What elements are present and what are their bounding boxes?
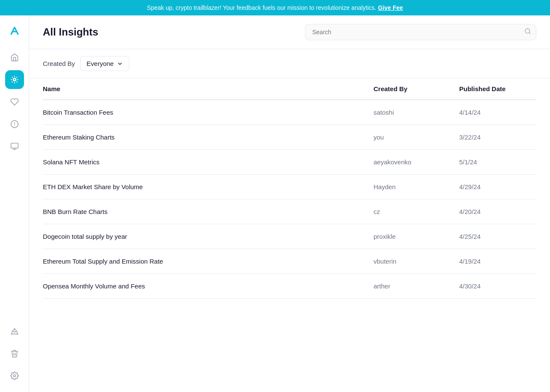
cell-created-by: aeyakovenko [374,150,459,175]
cell-name: BNB Burn Rate Charts [43,199,374,224]
cell-created-by: cz [374,199,459,224]
table-header-row: Name Created By Published Date [43,78,536,100]
table-row[interactable]: ETH DEX Market Share by Volume Hayden 4/… [43,175,536,199]
table-row[interactable]: Bitcoin Transaction Fees satoshi 4/14/24 [43,100,536,125]
table-row[interactable]: Solana NFT Metrics aeyakovenko 5/1/24 [43,150,536,175]
svg-point-4 [13,375,15,377]
cell-published-date: 4/30/24 [459,274,536,299]
table-row[interactable]: Ethereum Total Supply and Emission Rate … [43,249,536,274]
cell-name: Solana NFT Metrics [43,150,374,175]
sidebar-item-home[interactable] [5,48,24,67]
cell-name: Bitcoin Transaction Fees [43,100,374,125]
banner-link[interactable]: Give Fee [378,4,403,11]
table-row[interactable]: Dogecoin total supply by year proxikle 4… [43,224,536,249]
insights-table: Name Created By Published Date Bitcoin T… [43,78,536,299]
cell-name: Ethereum Total Supply and Emission Rate [43,249,374,274]
cell-created-by: vbuterin [374,249,459,274]
created-by-dropdown[interactable]: Everyone [80,56,129,71]
cell-published-date: 4/19/24 [459,249,536,274]
page-title: All Insights [43,26,98,38]
sidebar [0,15,29,392]
cell-created-by: arther [374,274,459,299]
cell-created-by: satoshi [374,100,459,125]
dropdown-value: Everyone [87,60,114,67]
table-container: Name Created By Published Date Bitcoin T… [29,78,550,392]
search-input[interactable] [305,24,536,40]
table-row[interactable]: Opensea Monthly Volume and Fees arther 4… [43,274,536,299]
cell-published-date: 3/22/24 [459,125,536,150]
svg-rect-2 [11,143,18,148]
svg-point-0 [13,79,15,81]
col-header-published-date: Published Date [459,78,536,100]
filter-label: Created By [43,60,75,67]
cell-created-by: proxikle [374,224,459,249]
cell-published-date: 5/1/24 [459,150,536,175]
cell-created-by: you [374,125,459,150]
cell-published-date: 4/25/24 [459,224,536,249]
sidebar-item-favorites[interactable] [5,92,24,111]
sidebar-item-settings[interactable] [5,366,24,385]
header: All Insights [29,15,550,49]
cell-name: ETH DEX Market Share by Volume [43,175,374,199]
sidebar-item-explore[interactable] [5,70,24,89]
col-header-name: Name [43,78,374,100]
banner-text: Speak up, crypto trailblazer! Your feedb… [147,4,376,11]
table-row[interactable]: Ethereum Staking Charts you 3/22/24 [43,125,536,150]
sidebar-item-analytics[interactable] [5,137,24,156]
search-container [305,24,536,40]
sidebar-item-trash[interactable] [5,344,24,363]
cell-created-by: Hayden [374,175,459,199]
svg-point-3 [14,329,15,330]
main-content: All Insights Created By Everyone [29,15,550,392]
cell-published-date: 4/20/24 [459,199,536,224]
cell-name: Opensea Monthly Volume and Fees [43,274,374,299]
sidebar-item-ideas[interactable] [5,115,24,134]
logo[interactable] [6,22,23,39]
sidebar-item-crown[interactable] [5,322,24,341]
cell-published-date: 4/14/24 [459,100,536,125]
chevron-down-icon [117,61,123,67]
cell-published-date: 4/29/24 [459,175,536,199]
table-row[interactable]: BNB Burn Rate Charts cz 4/20/24 [43,199,536,224]
col-header-created-by: Created By [374,78,459,100]
cell-name: Dogecoin total supply by year [43,224,374,249]
top-banner: Speak up, crypto trailblazer! Your feedb… [0,0,550,15]
cell-name: Ethereum Staking Charts [43,125,374,150]
filter-bar: Created By Everyone [29,49,550,78]
